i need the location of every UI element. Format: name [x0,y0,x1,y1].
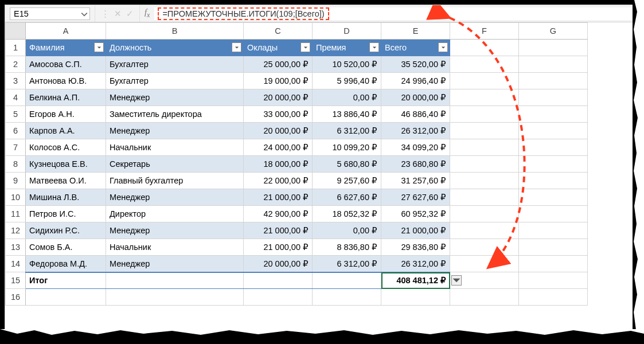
cell-salary[interactable]: 25 000,00 ₽ [244,56,313,73]
filter-icon[interactable] [94,42,104,52]
cell[interactable] [450,73,519,89]
total-label[interactable]: Итог [26,272,106,289]
row-header[interactable]: 1 [6,40,26,56]
chevron-down-icon[interactable] [81,10,88,17]
cell-position[interactable]: Менеджер [106,123,244,139]
cell-salary[interactable]: 20 000,00 ₽ [244,89,313,106]
cell-total[interactable]: 20 000,00 ₽ [381,89,450,106]
cell[interactable] [450,106,519,123]
dropdown-icon[interactable] [451,275,462,286]
cell-bonus[interactable]: 0,00 ₽ [313,222,381,239]
cell-total[interactable]: 27 627,60 ₽ [381,189,450,206]
cell-salary[interactable]: 21 000,00 ₽ [244,189,313,206]
th-surname[interactable]: Фамилия [26,40,106,56]
cell[interactable] [26,289,106,306]
filter-icon[interactable] [369,42,379,52]
cell-salary[interactable]: 24 000,00 ₽ [244,139,313,156]
cell-total[interactable]: 26 312,00 ₽ [381,123,450,139]
cell[interactable] [450,239,519,256]
cell[interactable] [519,189,588,206]
row-header[interactable]: 12 [6,222,26,239]
row-header[interactable]: 2 [6,56,26,73]
cell[interactable] [519,239,588,256]
cell[interactable] [519,272,588,289]
row-header[interactable]: 14 [6,256,26,272]
col-header-e[interactable]: E [381,23,450,40]
cell-total[interactable]: 29 836,80 ₽ [381,239,450,256]
cell-bonus[interactable]: 6 312,00 ₽ [313,256,381,272]
cell-position[interactable]: Заместитель директора [106,106,244,123]
cell-salary[interactable]: 20 000,00 ₽ [244,123,313,139]
cell-salary[interactable]: 19 000,00 ₽ [244,73,313,89]
cell[interactable] [450,123,519,139]
cell[interactable] [519,156,588,173]
cell-total[interactable]: 23 680,80 ₽ [381,156,450,173]
cell[interactable] [450,206,519,222]
th-total[interactable]: Всего [381,40,450,56]
cell-bonus[interactable]: 10 520,00 ₽ [313,56,381,73]
row-header[interactable]: 15 [6,272,26,289]
cell[interactable] [450,56,519,73]
cell-bonus[interactable]: 5 996,40 ₽ [313,73,381,89]
cell-position[interactable]: Директор [106,206,244,222]
cell[interactable] [519,139,588,156]
cell[interactable] [519,123,588,139]
cell-total[interactable]: 26 312,00 ₽ [381,256,450,272]
cell[interactable] [519,289,588,306]
cell-total[interactable]: 31 257,60 ₽ [381,173,450,189]
name-box[interactable]: E15 [10,7,90,20]
filter-icon[interactable] [438,42,448,52]
row-header[interactable]: 8 [6,156,26,173]
cell[interactable] [519,256,588,272]
cell[interactable] [450,139,519,156]
col-header-d[interactable]: D [313,23,381,40]
th-position[interactable]: Должность [106,40,244,56]
cell[interactable] [519,173,588,189]
cell-bonus[interactable]: 5 680,80 ₽ [313,156,381,173]
cell[interactable] [106,289,244,306]
cell-surname[interactable]: Кузнецова Е.В. [26,156,106,173]
selected-cell[interactable]: 408 481,12 ₽ [381,272,450,289]
cell[interactable] [244,289,313,306]
row-header[interactable]: 4 [6,89,26,106]
col-header-g[interactable]: G [519,23,588,40]
cell[interactable] [519,56,588,73]
cell-bonus[interactable]: 18 052,32 ₽ [313,206,381,222]
cell-surname[interactable]: Антонова Ю.В. [26,73,106,89]
cell[interactable] [519,89,588,106]
filter-icon[interactable] [232,42,241,52]
cell-salary[interactable]: 18 000,00 ₽ [244,156,313,173]
cell[interactable] [519,40,588,56]
cell[interactable] [450,256,519,272]
cell[interactable] [519,206,588,222]
cell-salary[interactable]: 21 000,00 ₽ [244,222,313,239]
cell[interactable] [450,222,519,239]
cell-salary[interactable]: 21 000,00 ₽ [244,239,313,256]
fx-icon[interactable]: fx [140,7,154,19]
row-header[interactable]: 11 [6,206,26,222]
cell-bonus[interactable]: 0,00 ₽ [313,89,381,106]
cell-surname[interactable]: Мишина Л.В. [26,189,106,206]
select-all-corner[interactable] [6,23,26,40]
row-header[interactable]: 13 [6,239,26,256]
row-header[interactable]: 7 [6,139,26,156]
cell[interactable] [244,272,313,289]
cell-surname[interactable]: Белкина А.П. [26,89,106,106]
row-header[interactable]: 16 [6,289,26,306]
cancel-icon[interactable]: ✕ [114,9,122,18]
th-salary[interactable]: Оклады [244,40,313,56]
col-header-a[interactable]: A [26,23,106,40]
cell-surname[interactable]: Сомов Б.А. [26,239,106,256]
cell-total[interactable]: 21 000,00 ₽ [381,222,450,239]
cell-position[interactable]: Менеджер [106,256,244,272]
worksheet[interactable]: A B C D E F G 1 Фамилия Должность Оклады… [5,22,639,306]
row-header[interactable]: 6 [6,123,26,139]
cell[interactable] [519,106,588,123]
cell-surname[interactable]: Матвеева О.И. [26,173,106,189]
cell[interactable] [381,289,450,306]
cell-surname[interactable]: Карпов А.А. [26,123,106,139]
th-bonus[interactable]: Премия [313,40,381,56]
cell-surname[interactable]: Егоров А.Н. [26,106,106,123]
row-header[interactable]: 5 [6,106,26,123]
cell-total[interactable]: 24 996,40 ₽ [381,73,450,89]
